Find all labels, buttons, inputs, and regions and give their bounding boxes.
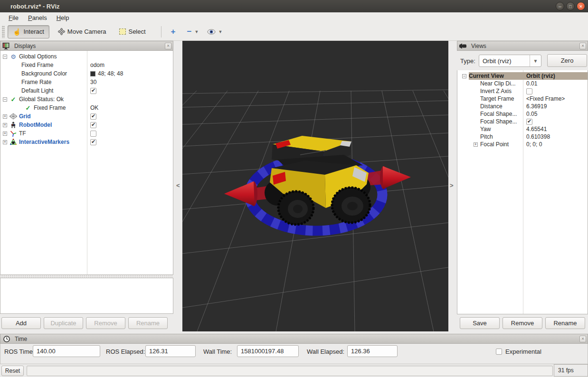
view-row-near-clip[interactable]: Near Clip Di... 0.01 <box>457 80 588 87</box>
zero-button[interactable]: Zero <box>547 54 587 67</box>
views-close-icon[interactable] <box>579 43 586 49</box>
display-row-background-color[interactable]: Background Color 48; 48; 48 <box>0 69 173 78</box>
grid-checkbox[interactable] <box>90 113 96 120</box>
display-row-global-options[interactable]: ⚙ Global Options <box>0 52 173 61</box>
robot-model-checkbox[interactable] <box>90 122 96 128</box>
displays-buttons: Add Duplicate Remove Rename <box>1 317 168 329</box>
interactive-markers-checkbox[interactable] <box>90 139 96 145</box>
menu-help[interactable]: Help <box>52 13 74 22</box>
view-row-pitch[interactable]: Pitch 0.610398 <box>457 133 588 141</box>
maximize-button[interactable] <box>566 2 575 10</box>
expand-expander-icon[interactable] <box>3 132 7 136</box>
remove-display-button[interactable]: Remove <box>86 317 125 329</box>
toolbar-drag-handle[interactable] <box>2 26 5 38</box>
eye-dropdown-icon[interactable]: ▼ <box>218 29 222 34</box>
distance-value[interactable]: 6.36919 <box>526 103 547 110</box>
time-close-icon[interactable] <box>579 336 586 342</box>
focal-point-value[interactable]: 0; 0; 0 <box>526 141 542 148</box>
title-bar[interactable]: robot.rviz* - RViz <box>0 0 588 12</box>
display-row-interactive-markers[interactable]: InteractiveMarkers <box>0 138 173 146</box>
displays-monitor-icon <box>2 43 10 49</box>
collapse-expander-icon[interactable] <box>462 74 466 78</box>
view-row-focal-shape-fixed[interactable]: Focal Shape... <box>457 118 588 125</box>
collapse-expander-icon[interactable] <box>3 97 7 102</box>
focal-shape-size-value[interactable]: 0.05 <box>526 111 537 117</box>
tf-checkbox[interactable] <box>90 131 96 137</box>
view-row-focal-point[interactable]: Focal Point 0; 0; 0 <box>457 141 588 148</box>
expand-expander-icon[interactable] <box>474 142 478 147</box>
yaw-value[interactable]: 4.65541 <box>526 126 547 132</box>
display-row-grid[interactable]: Grid <box>0 112 173 121</box>
current-view-value: Orbit (rviz) <box>526 73 555 79</box>
fixed-frame-value[interactable]: odom <box>90 62 104 68</box>
menu-file[interactable]: File <box>4 13 23 22</box>
color-swatch[interactable] <box>90 71 95 76</box>
default-light-checkbox[interactable] <box>90 88 96 94</box>
displays-tree: ⚙ Global Options Fixed Frame odom Backgr… <box>0 51 173 275</box>
expand-expander-icon[interactable] <box>3 140 7 144</box>
display-row-fixed-frame[interactable]: Fixed Frame odom <box>0 61 173 69</box>
rename-display-button[interactable]: Rename <box>128 317 168 329</box>
remove-view-button[interactable]: Remove <box>503 317 542 329</box>
invert-z-checkbox[interactable] <box>526 88 532 94</box>
move-camera-tool-button[interactable]: Move Camera <box>53 26 111 38</box>
displays-panel-header[interactable]: Displays <box>0 41 173 51</box>
zoom-in-icon[interactable]: + <box>171 27 176 37</box>
3d-viewport[interactable] <box>182 41 448 331</box>
interact-tool-button[interactable]: ☝ Interact <box>8 25 49 38</box>
display-row-frame-rate[interactable]: Frame Rate 30 <box>0 78 173 86</box>
views-panel-header[interactable]: Views <box>457 41 588 51</box>
check-icon: ✓ <box>9 96 17 103</box>
close-button[interactable] <box>577 2 585 10</box>
display-row-default-light[interactable]: Default Light <box>0 86 173 95</box>
menu-panels[interactable]: Panels <box>23 13 52 22</box>
experimental-checkbox[interactable] <box>496 349 502 355</box>
zoom-out-dropdown-icon[interactable]: ▼ <box>194 29 199 34</box>
duplicate-display-button[interactable]: Duplicate <box>44 317 83 329</box>
collapse-left-panel-icon[interactable]: < <box>176 182 180 189</box>
save-view-button[interactable]: Save <box>460 317 500 329</box>
frame-rate-value[interactable]: 30 <box>90 79 96 85</box>
display-row-robot-model[interactable]: RobotModel <box>0 121 173 129</box>
zoom-out-icon[interactable]: − <box>187 27 192 37</box>
wall-time-field[interactable]: 1581000197.48 <box>237 345 299 357</box>
time-panel-header[interactable]: Time <box>0 334 588 344</box>
view-row-invert-z[interactable]: Invert Z Axis <box>457 87 588 95</box>
clock-icon <box>3 336 10 342</box>
background-color-value[interactable]: 48; 48; 48 <box>98 70 123 77</box>
focal-shape-checkbox[interactable] <box>526 119 532 125</box>
rename-view-button[interactable]: Rename <box>545 317 585 329</box>
eye-icon[interactable] <box>207 29 216 35</box>
view-row-distance[interactable]: Distance 6.36919 <box>457 103 588 110</box>
view-type-combobox[interactable]: Orbit (rviz) ▼ <box>479 55 541 67</box>
display-row-global-status[interactable]: ✓ Global Status: Ok <box>0 95 173 104</box>
view-row-target-frame[interactable]: Target Frame <Fixed Frame> <box>457 95 588 103</box>
select-box-icon <box>119 28 126 35</box>
target-frame-value[interactable]: <Fixed Frame> <box>526 95 565 102</box>
near-clip-value[interactable]: 0.01 <box>526 80 537 87</box>
pitch-value[interactable]: 0.610398 <box>526 133 550 140</box>
wall-elapsed-field[interactable]: 126.36 <box>347 345 398 357</box>
display-row-tf[interactable]: TF <box>0 129 173 138</box>
view-row-current-view[interactable]: Current View Orbit (rviz) <box>457 72 588 80</box>
view-row-focal-shape-size[interactable]: Focal Shape... 0.05 <box>457 110 588 118</box>
displays-close-icon[interactable] <box>165 43 171 49</box>
collapse-right-panel-icon[interactable]: > <box>450 182 454 189</box>
ros-elapsed-field[interactable]: 126.31 <box>145 345 196 357</box>
add-display-button[interactable]: Add <box>1 317 41 329</box>
expand-expander-icon[interactable] <box>3 123 7 127</box>
chevron-down-icon[interactable]: ▼ <box>530 55 541 66</box>
reset-button[interactable]: Reset <box>1 366 24 376</box>
ros-time-field[interactable]: 140.00 <box>33 345 100 357</box>
display-row-status-fixed-frame[interactable]: ✓ Fixed Frame OK <box>0 104 173 112</box>
views-tree: Current View Orbit (rviz) Near Clip Di..… <box>457 70 588 314</box>
expand-expander-icon[interactable] <box>3 114 7 119</box>
collapse-expander-icon[interactable] <box>3 55 7 59</box>
grid-icon <box>9 113 17 120</box>
minimize-button[interactable] <box>556 2 564 10</box>
view-type-value: Orbit (rviz) <box>483 57 512 65</box>
view-row-yaw[interactable]: Yaw 4.65541 <box>457 125 588 133</box>
window-title: robot.rviz* - RViz <box>10 3 60 10</box>
select-tool-button[interactable]: Select <box>114 26 150 38</box>
ros-time-label: ROS Time: <box>4 348 35 355</box>
